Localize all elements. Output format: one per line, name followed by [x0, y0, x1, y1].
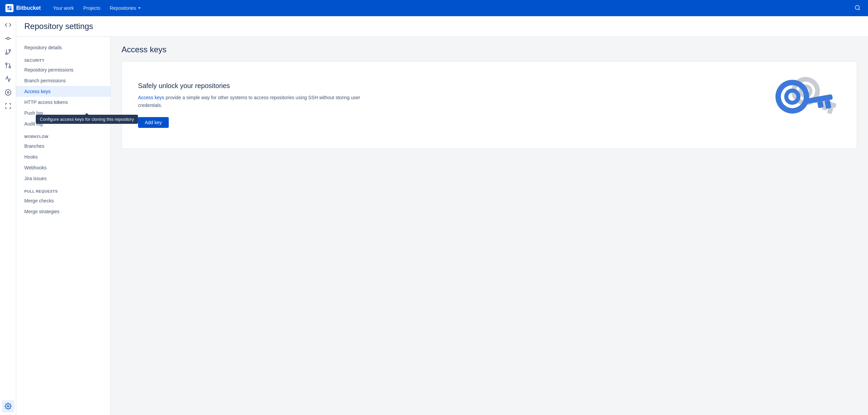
nav-jira-issues[interactable]: Jira issues: [16, 173, 110, 184]
svg-point-23: [785, 90, 799, 104]
main-wrapper: Repository settings Repository details S…: [16, 16, 868, 415]
card-description-text: provide a simple way for other systems t…: [138, 95, 360, 108]
nav-push-log[interactable]: Push log: [16, 108, 110, 118]
logo[interactable]: Bitbucket: [5, 4, 41, 12]
sidebar-icon-commits[interactable]: [2, 32, 14, 45]
nav-branch-permissions[interactable]: Branch permissions: [16, 75, 110, 86]
add-key-button[interactable]: Add key: [138, 117, 169, 128]
secondary-sidebar: Repository details SECURITY Repository p…: [16, 37, 111, 415]
top-nav: Bitbucket Your work Projects Repositorie…: [0, 0, 868, 16]
main-content: Access keys Safely unlock your repositor…: [111, 37, 868, 415]
nav-http-tokens[interactable]: HTTP access tokens: [16, 97, 110, 108]
access-keys-card: Safely unlock your repositories Access k…: [121, 61, 857, 149]
nav-repositories[interactable]: Repositories: [106, 3, 145, 13]
section-label-security: SECURITY: [16, 53, 110, 64]
nav-merge-strategies[interactable]: Merge strategies: [16, 206, 110, 217]
sidebar-icon-source[interactable]: [2, 19, 14, 31]
nav-right: [852, 3, 863, 14]
nav-merge-checks[interactable]: Merge checks: [16, 195, 110, 206]
search-button[interactable]: [852, 3, 863, 14]
nav-projects[interactable]: Projects: [79, 3, 105, 13]
logo-icon: [5, 4, 13, 12]
svg-point-16: [7, 406, 9, 407]
nav-repo-details[interactable]: Repository details: [16, 42, 110, 53]
sidebar-icon-pull-requests[interactable]: [2, 59, 14, 72]
nav-branches[interactable]: Branches: [16, 141, 110, 151]
logo-text: Bitbucket: [16, 5, 41, 11]
sidebar-icon-settings[interactable]: [2, 400, 14, 412]
svg-rect-2: [7, 8, 9, 10]
nav-webhooks[interactable]: Webhooks: [16, 162, 110, 173]
sidebar-icon-pipelines[interactable]: [2, 73, 14, 85]
sidebar-icon-branches[interactable]: [2, 46, 14, 58]
svg-point-15: [7, 92, 9, 93]
svg-rect-1: [10, 6, 11, 8]
nav-repo-permissions[interactable]: Repository permissions: [16, 64, 110, 75]
section-label-workflow: WORKFLOW: [16, 129, 110, 141]
section-label-pull-requests: PULL REQUESTS: [16, 184, 110, 195]
nav-your-work[interactable]: Your work: [49, 3, 78, 13]
sidebar-icon-jira[interactable]: [2, 100, 14, 112]
content-heading: Access keys: [121, 45, 857, 54]
svg-point-14: [5, 90, 11, 95]
svg-point-11: [9, 66, 10, 68]
svg-point-22: [776, 80, 809, 113]
card-title: Safely unlock your repositories: [138, 82, 841, 90]
nav-links: Your work Projects Repositories: [49, 3, 145, 13]
left-sidebar: [0, 16, 16, 415]
nav-hooks[interactable]: Hooks: [16, 151, 110, 162]
svg-rect-0: [7, 6, 9, 8]
page-title: Repository settings: [24, 22, 860, 31]
page-header: Repository settings: [16, 16, 868, 37]
content-area: Repository details SECURITY Repository p…: [16, 37, 868, 415]
nav-audit-log[interactable]: Audit log: [16, 118, 110, 129]
card-description: Access keys provide a simple way for oth…: [138, 94, 368, 109]
access-keys-link[interactable]: Access keys: [138, 95, 164, 100]
sidebar-icon-deployments[interactable]: [2, 86, 14, 99]
nav-access-keys[interactable]: Access keys: [16, 86, 110, 97]
svg-point-5: [7, 37, 9, 40]
svg-rect-26: [817, 101, 824, 108]
svg-point-10: [5, 53, 7, 55]
keys-illustration: [769, 68, 843, 142]
svg-point-12: [5, 63, 7, 65]
svg-point-4: [855, 5, 859, 9]
svg-rect-3: [10, 8, 11, 10]
svg-point-9: [9, 50, 10, 51]
